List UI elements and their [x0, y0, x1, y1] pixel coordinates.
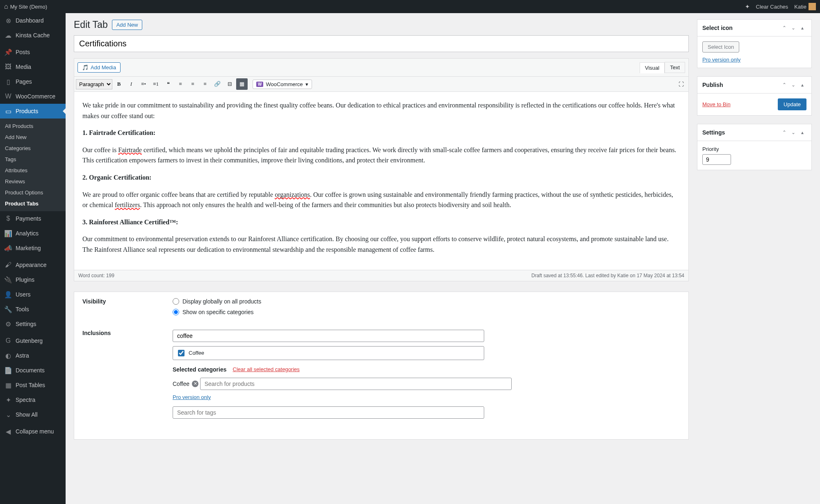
media-icon: 🖾 — [4, 63, 12, 71]
move-down-icon[interactable]: ⌄ — [789, 128, 797, 137]
bold-button[interactable]: B — [113, 78, 125, 90]
sidebar-item-settings[interactable]: ⚙Settings — [0, 317, 66, 331]
sidebar-item-products[interactable]: ▭Products — [0, 104, 66, 119]
collapse-icon: ◀ — [4, 427, 12, 436]
sub-product-tabs[interactable]: Product Tabs — [0, 198, 66, 209]
checkbox-coffee[interactable] — [178, 350, 184, 356]
sidebar-item-payments[interactable]: $Payments — [0, 211, 66, 226]
home-icon — [4, 3, 8, 10]
quote-button[interactable]: ❝ — [162, 78, 174, 90]
align-center-button[interactable]: ≡ — [187, 78, 198, 90]
category-checkbox-row[interactable]: Coffee — [173, 346, 484, 360]
sidebar-item-analytics[interactable]: 📊Analytics — [0, 226, 66, 241]
sub-add-new[interactable]: Add New — [0, 132, 66, 143]
update-button[interactable]: Update — [778, 98, 806, 110]
ul-button[interactable]: ≡• — [138, 78, 149, 90]
avatar — [809, 3, 816, 10]
tab-visual[interactable]: Visual — [640, 62, 665, 73]
move-down-icon[interactable]: ⌄ — [789, 24, 797, 32]
sidebar-item-tools[interactable]: 🔧Tools — [0, 302, 66, 317]
ol-button[interactable]: ≡1 — [150, 78, 162, 90]
priority-input[interactable] — [702, 154, 731, 165]
pro-version-link[interactable]: Pro version only — [173, 394, 211, 400]
tab-text[interactable]: Text — [665, 62, 685, 73]
sidebar-item-media[interactable]: 🖾Media — [0, 59, 66, 74]
sub-categories[interactable]: Categories — [0, 143, 66, 154]
woocommerce-dropdown[interactable]: WWooCommerce ▾ — [253, 80, 312, 89]
sidebar-item-gutenberg[interactable]: GGutenberg — [0, 333, 66, 348]
gutenberg-icon: G — [4, 337, 12, 345]
sidebar-item-show-all[interactable]: ⌄Show All — [0, 407, 66, 422]
sidebar-item-astra[interactable]: ◐Astra — [0, 348, 66, 363]
collapse-icon[interactable]: ▴ — [798, 128, 806, 137]
italic-button[interactable]: I — [125, 78, 137, 90]
metabox-title: Publish — [702, 82, 723, 88]
settings-icon: ⚙ — [4, 320, 12, 328]
sub-attributes[interactable]: Attributes — [0, 165, 66, 176]
editor-body[interactable]: We take pride in our commitment to susta… — [74, 92, 688, 270]
sidebar-item-spectra[interactable]: ✦Spectra — [0, 392, 66, 407]
move-down-icon[interactable]: ⌄ — [789, 81, 797, 89]
admin-bar: My Site (Demo) Clear Caches Katie — [0, 0, 820, 13]
media-icon — [82, 64, 89, 71]
align-right-button[interactable]: ≡ — [199, 78, 211, 90]
category-search-input[interactable] — [173, 330, 484, 342]
sidebar-item-appearance[interactable]: 🖌Appearance — [0, 258, 66, 272]
settings-metabox: Settings ⌃⌄▴ Priority — [697, 124, 812, 170]
read-more-button[interactable]: ⊟ — [224, 78, 235, 90]
add-new-button[interactable]: Add New — [112, 20, 143, 30]
sidebar-item-plugins[interactable]: 🔌Plugins — [0, 272, 66, 287]
page-icon: ▯ — [4, 78, 12, 86]
tags-search-input[interactable] — [173, 406, 484, 419]
sidebar-item-collapse[interactable]: ◀Collapse menu — [0, 424, 66, 439]
move-to-bin-link[interactable]: Move to Bin — [702, 101, 731, 107]
link-button[interactable]: 🔗 — [212, 78, 223, 90]
content-heading: 1. Fairtrade Certification: — [82, 128, 680, 138]
sidebar-item-kinsta[interactable]: ☁Kinsta Cache — [0, 28, 66, 43]
publish-metabox: Publish ⌃⌄▴ Move to Bin Update — [697, 76, 812, 116]
add-media-button[interactable]: Add Media — [77, 62, 121, 73]
collapse-icon[interactable]: ▴ — [798, 24, 806, 32]
sidebar-item-marketing[interactable]: 📣Marketing — [0, 241, 66, 255]
sidebar-item-documents[interactable]: 📄Documents — [0, 363, 66, 378]
move-up-icon[interactable]: ⌃ — [780, 24, 788, 32]
move-up-icon[interactable]: ⌃ — [780, 128, 788, 137]
radio-specific[interactable]: Show on specific categories — [173, 309, 680, 315]
sub-product-options[interactable]: Product Options — [0, 187, 66, 198]
sub-tags[interactable]: Tags — [0, 154, 66, 165]
sub-reviews[interactable]: Reviews — [0, 176, 66, 187]
title-input[interactable] — [74, 35, 689, 52]
sidebar-item-dashboard[interactable]: ⊗Dashboard — [0, 13, 66, 28]
align-left-button[interactable]: ≡ — [175, 78, 186, 90]
sidebar-item-pages[interactable]: ▯Pages — [0, 74, 66, 89]
spelling-error: fertilizers — [115, 201, 140, 208]
content-paragraph: We take pride in our commitment to susta… — [82, 100, 680, 121]
toolbar-toggle-button[interactable]: ▦ — [236, 78, 248, 90]
pro-version-link[interactable]: Pro version only — [702, 57, 740, 63]
move-up-icon[interactable]: ⌃ — [780, 81, 788, 89]
radio-global[interactable]: Display globally on all products — [173, 298, 680, 305]
content-paragraph: Our coffee is Fairtrade certified, which… — [82, 145, 680, 166]
collapse-icon[interactable]: ▴ — [798, 81, 806, 89]
content-heading: 2. Organic Certification: — [82, 172, 680, 183]
admin-sidebar: ⊗Dashboard ☁Kinsta Cache 📌Posts 🖾Media ▯… — [0, 13, 66, 504]
sub-all-products[interactable]: All Products — [0, 121, 66, 132]
products-icon: ▭ — [4, 107, 12, 115]
sidebar-item-users[interactable]: 👤Users — [0, 287, 66, 302]
sparkle-icon[interactable] — [745, 3, 750, 10]
tools-icon: 🔧 — [4, 305, 12, 313]
content-heading: 3. Rainforest Alliance Certified™: — [82, 217, 680, 228]
user-menu[interactable]: Katie — [794, 3, 816, 10]
clear-caches-link[interactable]: Clear Caches — [756, 4, 788, 10]
select-icon-button[interactable]: Select Icon — [702, 41, 739, 52]
remove-chip-button[interactable]: ✕ — [192, 381, 198, 387]
sidebar-item-woocommerce[interactable]: WWooCommerce — [0, 89, 66, 104]
site-name-link[interactable]: My Site (Demo) — [4, 3, 47, 10]
product-search-input[interactable] — [200, 378, 512, 390]
format-select[interactable]: Paragraph — [76, 79, 112, 89]
page-title: Edit Tab — [74, 19, 108, 30]
sidebar-item-posts[interactable]: 📌Posts — [0, 45, 66, 59]
clear-categories-link[interactable]: Clear all selected categories — [233, 366, 300, 372]
fullscreen-button[interactable]: ⛶ — [675, 78, 687, 90]
sidebar-item-post-tables[interactable]: ▦Post Tables — [0, 378, 66, 392]
